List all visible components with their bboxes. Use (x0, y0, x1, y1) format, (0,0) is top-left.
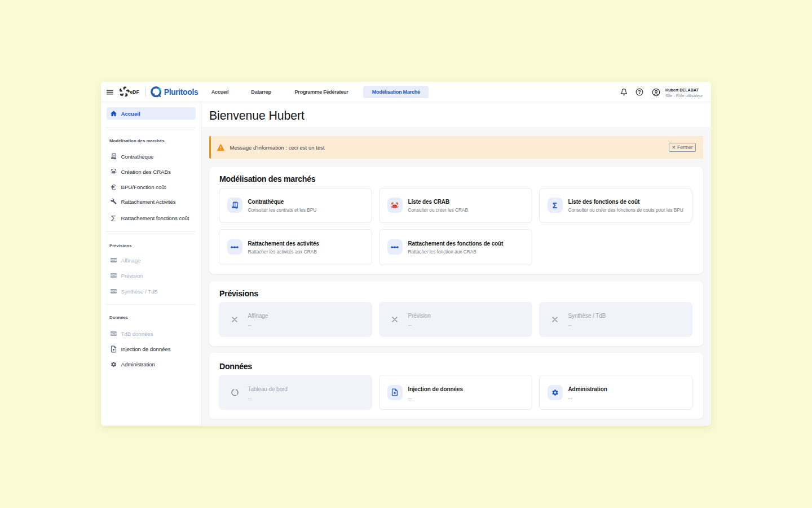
svg-text:NEW: NEW (110, 259, 117, 262)
svg-text:NEW: NEW (110, 332, 117, 335)
svg-text:NEW: NEW (110, 290, 117, 293)
svg-text:NEW: NEW (110, 274, 117, 277)
